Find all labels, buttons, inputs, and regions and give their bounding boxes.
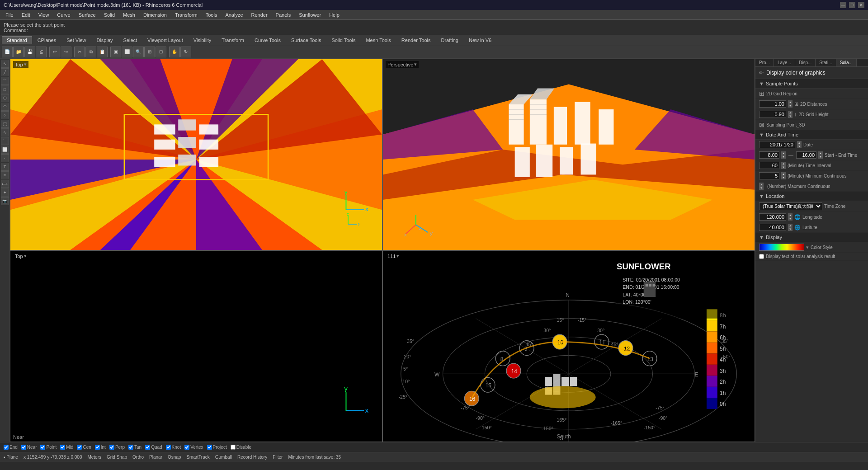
end-time-up[interactable]: ▲ bbox=[818, 151, 823, 155]
viewport-top-dropdown[interactable]: ▾ bbox=[24, 61, 27, 67]
tab-standard[interactable]: Standard bbox=[2, 36, 32, 44]
min-cont-up[interactable]: ▲ bbox=[781, 172, 786, 176]
filter-button[interactable]: Filter bbox=[273, 455, 283, 460]
rpanel-tab-display[interactable]: Disp... bbox=[795, 59, 816, 66]
snap-project[interactable]: Project bbox=[207, 445, 227, 450]
menu-file[interactable]: File bbox=[2, 11, 17, 19]
snap-vertex[interactable]: Vertex bbox=[184, 445, 203, 450]
snap-int[interactable]: Int bbox=[95, 445, 106, 450]
tab-curve-tools[interactable]: Curve Tools bbox=[250, 36, 286, 44]
toolbar-select-all[interactable]: ▣ bbox=[110, 47, 121, 57]
menu-mesh[interactable]: Mesh bbox=[119, 11, 139, 19]
snap-point[interactable]: Point bbox=[40, 445, 57, 450]
toolbar-window-select[interactable]: ⬜ bbox=[122, 47, 132, 57]
toolbar-undo[interactable]: ↩ bbox=[49, 47, 60, 57]
grid-snap-toggle[interactable]: Grid Snap bbox=[107, 455, 127, 460]
distance-down[interactable]: ▼ bbox=[788, 104, 793, 108]
color-dropdown[interactable]: ▾ bbox=[806, 244, 809, 250]
tab-render-tools[interactable]: Render Tools bbox=[396, 36, 436, 44]
tab-mesh-tools[interactable]: Mesh Tools bbox=[361, 36, 396, 44]
toolbar-zoom-ext[interactable]: ⊡ bbox=[156, 47, 166, 57]
minimize-button[interactable]: — bbox=[840, 2, 846, 8]
toolbar-pan[interactable]: ✋ bbox=[169, 47, 180, 57]
snap-cen[interactable]: Cen bbox=[77, 445, 91, 450]
section-display[interactable]: ▼ Display bbox=[755, 233, 868, 242]
tab-select[interactable]: Select bbox=[118, 36, 142, 44]
toolbar-rotate[interactable]: ↻ bbox=[180, 47, 191, 57]
menu-solid[interactable]: Solid bbox=[100, 11, 118, 19]
smart-track-toggle[interactable]: SmartTrack bbox=[186, 455, 209, 460]
close-button[interactable]: ✕ bbox=[858, 2, 864, 8]
latitude-down[interactable]: ▼ bbox=[788, 227, 793, 231]
viewport-solar-dropdown[interactable]: ▾ bbox=[396, 253, 399, 259]
menu-dimension[interactable]: Dimension bbox=[140, 11, 170, 19]
min-cont-input[interactable] bbox=[759, 172, 779, 179]
tool-ellipse[interactable]: ◯ bbox=[1, 120, 9, 128]
snap-tan[interactable]: Tan bbox=[128, 445, 142, 450]
tool-text[interactable]: T bbox=[1, 163, 9, 171]
toolbar-new[interactable]: 📄 bbox=[2, 47, 13, 57]
viewport-bottom-left[interactable]: Top ▾ x y Near bbox=[10, 250, 382, 442]
distance-up[interactable]: ▲ bbox=[788, 100, 793, 104]
menu-view[interactable]: View bbox=[35, 11, 53, 19]
maximize-button[interactable]: □ bbox=[849, 2, 855, 8]
tab-setview[interactable]: Set View bbox=[61, 36, 91, 44]
max-cont-up[interactable]: ▲ bbox=[759, 183, 764, 186]
tab-surface-tools[interactable]: Surface Tools bbox=[286, 36, 326, 44]
tool-dim[interactable]: ⟷ bbox=[1, 180, 9, 188]
menu-tools[interactable]: Tools bbox=[202, 11, 221, 19]
snap-perp[interactable]: Perp bbox=[109, 445, 125, 450]
tool-rectangle[interactable]: □ bbox=[1, 85, 9, 94]
viewport-perspective[interactable]: Perspective ▾ bbox=[382, 59, 755, 250]
tool-camera[interactable]: 📷 bbox=[1, 197, 9, 205]
show-text-checkbox[interactable] bbox=[759, 254, 764, 259]
date-down[interactable]: ▼ bbox=[797, 145, 802, 148]
snap-end[interactable]: End bbox=[4, 445, 18, 450]
toolbar-open[interactable]: 📁 bbox=[13, 47, 24, 57]
tool-extrude[interactable]: ⬜ bbox=[1, 146, 9, 154]
rpanel-tab-layers[interactable]: Laye... bbox=[774, 59, 795, 66]
tab-transform[interactable]: Transform bbox=[217, 36, 249, 44]
toolbar-save[interactable]: 💾 bbox=[24, 47, 35, 57]
viewport-bottom-left-dropdown[interactable]: ▾ bbox=[24, 253, 27, 259]
interval-input[interactable] bbox=[759, 162, 779, 169]
record-history-toggle[interactable]: Record History bbox=[237, 455, 267, 460]
osnap-toggle[interactable]: Osnap bbox=[168, 455, 181, 460]
date-up[interactable]: ▲ bbox=[797, 141, 802, 145]
height-down[interactable]: ▼ bbox=[788, 114, 793, 118]
menu-render[interactable]: Render bbox=[248, 11, 271, 19]
tab-visibility[interactable]: Visibility bbox=[189, 36, 217, 44]
tool-circle[interactable]: ○ bbox=[1, 111, 9, 119]
ortho-toggle[interactable]: Ortho bbox=[132, 455, 144, 460]
tab-drafting[interactable]: Drafting bbox=[436, 36, 463, 44]
tab-display[interactable]: Display bbox=[91, 36, 118, 44]
section-sample-points[interactable]: ▼ Sample Points bbox=[755, 79, 868, 89]
menu-edit[interactable]: Edit bbox=[18, 11, 34, 19]
timezone-select[interactable]: (True Solar Time)真太阳时 bbox=[759, 202, 822, 210]
gumball-toggle[interactable]: Gumball bbox=[215, 455, 232, 460]
snap-knot[interactable]: Knot bbox=[166, 445, 181, 450]
end-time-down[interactable]: ▼ bbox=[818, 155, 823, 159]
toolbar-zoom[interactable]: 🔍 bbox=[133, 47, 144, 57]
interval-down[interactable]: ▼ bbox=[781, 165, 786, 169]
tool-polyline[interactable]: ⌒ bbox=[1, 77, 9, 85]
viewport-top-left[interactable]: Top ▾ bbox=[10, 59, 382, 250]
section-location[interactable]: ▼ Location bbox=[755, 192, 868, 201]
snap-near[interactable]: Near bbox=[21, 445, 37, 450]
menu-help[interactable]: Help bbox=[326, 11, 343, 19]
tab-new-v6[interactable]: New in V6 bbox=[464, 36, 496, 44]
menu-curve[interactable]: Curve bbox=[53, 11, 74, 19]
planar-toggle[interactable]: Planar bbox=[149, 455, 162, 460]
tab-cplanes[interactable]: CPlanes bbox=[33, 36, 61, 44]
longitude-input[interactable] bbox=[759, 213, 786, 221]
toolbar-paste[interactable]: 📋 bbox=[97, 47, 108, 57]
menu-sunflower[interactable]: Sunflower bbox=[295, 11, 325, 19]
viewport-solar-diagram[interactable]: 111 ▾ N S W E 45° bbox=[382, 250, 755, 442]
snap-mid[interactable]: Mid bbox=[60, 445, 73, 450]
end-time-input[interactable] bbox=[796, 151, 816, 159]
tool-point[interactable]: · bbox=[1, 154, 9, 162]
section-date-time[interactable]: ▼ Date And Time bbox=[755, 130, 868, 140]
tool-snap[interactable]: ✦ bbox=[1, 188, 9, 197]
date-input[interactable] bbox=[759, 141, 795, 148]
distance-input[interactable] bbox=[759, 100, 786, 108]
